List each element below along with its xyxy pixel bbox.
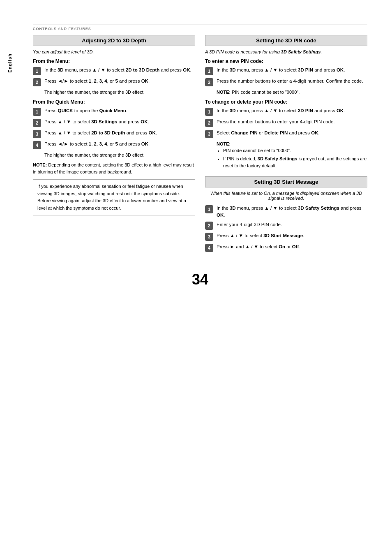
quick-step-number-4: 4 <box>33 141 41 149</box>
change-pin-title: To change or delete your PIN code: <box>205 99 367 105</box>
page-number: 34 <box>33 271 367 288</box>
change-pin-note-item-1: PIN code cannot be set to "0000". <box>223 147 367 155</box>
from-quick-step-3: 3 Press ▲ / ▼ to select 2D to 3D Depth a… <box>33 130 195 138</box>
from-quick-step-1-text: Press QUICK to open the Quick Menu. <box>44 107 195 114</box>
enter-pin-step-2: 2 Press the number buttons to enter a 4-… <box>205 78 367 86</box>
change-pin-step-number-1: 1 <box>205 108 213 116</box>
start-msg-step-3-text: Press ▲ / ▼ to select 3D Start Message. <box>217 232 367 239</box>
enter-pin-title: To enter a new PIN code: <box>205 58 367 64</box>
start-msg-step-1: 1 In the 3D menu, press ▲ / ▼ to select … <box>205 205 367 219</box>
change-pin-note-title: NOTE: <box>217 141 231 146</box>
change-pin-step-3: 3 Select Change PIN or Delete PIN and pr… <box>205 130 367 138</box>
start-msg-step-number-4: 4 <box>205 244 213 252</box>
page-container: English CONTROLS AND FEATURES Adjusting … <box>0 0 392 555</box>
change-pin-notes: NOTE: PIN code cannot be set to "0000". … <box>217 141 367 170</box>
controls-label: CONTROLS AND FEATURES <box>33 27 367 31</box>
from-menu-extra: The higher the number, the stronger the … <box>44 89 195 96</box>
enter-pin-step-1-text: In the 3D menu, press ▲ / ▼ to select 3D… <box>217 67 367 74</box>
top-rule <box>33 25 367 25</box>
from-quick-step-4-text: Press ◄/► to select 1, 2, 3, 4, or 5 and… <box>44 141 195 148</box>
enter-pin-step-2-text: Press the number buttons to enter a 4-di… <box>217 78 367 85</box>
enter-pin-step-number-1: 1 <box>205 67 213 75</box>
start-msg-step-1-text: In the 3D menu, press ▲ / ▼ to select 3D… <box>217 205 367 219</box>
start-msg-step-number-1: 1 <box>205 205 213 213</box>
start-msg-step-number-2: 2 <box>205 222 213 230</box>
two-column-layout: Adjusting 2D to 3D Depth You can adjust … <box>33 35 367 254</box>
change-pin-note-item-2: If PIN is deleted, 3D Safety Settings is… <box>223 155 367 170</box>
change-pin-step-2: 2 Press the number buttons to enter your… <box>205 118 367 127</box>
from-quick-title: From the Quick Menu: <box>33 99 195 105</box>
start-msg-step-3: 3 Press ▲ / ▼ to select 3D Start Message… <box>205 232 367 241</box>
note-label: NOTE: <box>33 162 47 167</box>
warning-box: If you experience any abnormal sensation… <box>33 179 195 215</box>
from-quick-step-2-text: Press ▲ / ▼ to select 3D Settings and pr… <box>44 118 195 125</box>
from-quick-step-4: 4 Press ◄/► to select 1, 2, 3, 4, or 5 a… <box>33 141 195 149</box>
warning-text: If you experience any abnormal sensation… <box>37 184 186 210</box>
enter-pin-step-1: 1 In the 3D menu, press ▲ / ▼ to select … <box>205 67 367 75</box>
pin-subtitle: A 3D PIN code is necessary for using 3D … <box>205 49 367 54</box>
left-note: NOTE: Depending on the content, setting … <box>33 162 195 175</box>
left-column: Adjusting 2D to 3D Depth You can adjust … <box>33 35 195 254</box>
from-quick-step-2: 2 Press ▲ / ▼ to select 3D Settings and … <box>33 118 195 127</box>
start-msg-step-4-text: Press ► and ▲ / ▼ to select On or Off. <box>217 243 367 250</box>
left-section-title: Adjusting 2D to 3D Depth <box>33 35 195 46</box>
pin-subtitle-text: A 3D PIN code is necessary for using 3D … <box>205 49 322 54</box>
enter-pin-step-number-2: 2 <box>205 78 213 86</box>
step-number-1: 1 <box>33 67 41 75</box>
change-pin-step-1: 1 In the 3D menu, press ▲ / ▼ to select … <box>205 107 367 116</box>
from-quick-step-1: 1 Press QUICK to open the Quick Menu. <box>33 107 195 116</box>
start-msg-step-4: 4 Press ► and ▲ / ▼ to select On or Off. <box>205 243 367 252</box>
quick-step-number-1: 1 <box>33 108 41 116</box>
quick-step-number-2: 2 <box>33 119 41 127</box>
change-pin-step-1-text: In the 3D menu, press ▲ / ▼ to select 3D… <box>217 107 367 114</box>
start-msg-subtitle: When this feature is set to On, a messag… <box>205 191 367 201</box>
start-msg-step-2: 2 Enter your 4-digit 3D PIN code. <box>205 221 367 230</box>
step-number-2: 2 <box>33 78 41 86</box>
start-msg-title: Setting 3D Start Message <box>205 176 367 187</box>
change-pin-step-3-text: Select Change PIN or Delete PIN and pres… <box>217 130 367 136</box>
from-menu-step-2-text: Press ◄/► to select 1, 2, 3, 4, or 5 and… <box>44 78 195 85</box>
right-column: Setting the 3D PIN code A 3D PIN code is… <box>205 35 367 254</box>
from-quick-step-3-text: Press ▲ / ▼ to select 2D to 3D Depth and… <box>44 130 195 136</box>
start-msg-step-2-text: Enter your 4-digit 3D PIN code. <box>217 221 367 228</box>
from-menu-step-1: 1 In the 3D menu, press ▲ / ▼ to select … <box>33 67 195 75</box>
from-menu-step-1-text: In the 3D menu, press ▲ / ▼ to select 2D… <box>44 67 195 74</box>
change-pin-step-2-text: Press the number buttons to enter your 4… <box>217 118 367 125</box>
change-pin-note-list: PIN code cannot be set to "0000". If PIN… <box>223 147 367 170</box>
change-pin-step-number-2: 2 <box>205 119 213 127</box>
quick-step-number-3: 3 <box>33 130 41 138</box>
from-quick-extra: The higher the number, the stronger the … <box>44 152 195 159</box>
enter-pin-note: NOTE: PIN code cannot be set to "0000". <box>217 89 367 96</box>
from-menu-step-2: 2 Press ◄/► to select 1, 2, 3, 4, or 5 a… <box>33 78 195 86</box>
note-text: Depending on the content, setting the 3D… <box>33 162 194 174</box>
start-msg-step-number-3: 3 <box>205 233 213 241</box>
pin-section-title: Setting the 3D PIN code <box>205 35 367 46</box>
sidebar-english-label: English <box>7 53 12 73</box>
change-pin-step-number-3: 3 <box>205 130 213 138</box>
start-msg-subtitle-text: When this feature is set to On, a messag… <box>210 191 362 201</box>
from-menu-title: From the Menu: <box>33 58 195 64</box>
left-section-subtitle: You can adjust the level of 3D. <box>33 49 195 54</box>
